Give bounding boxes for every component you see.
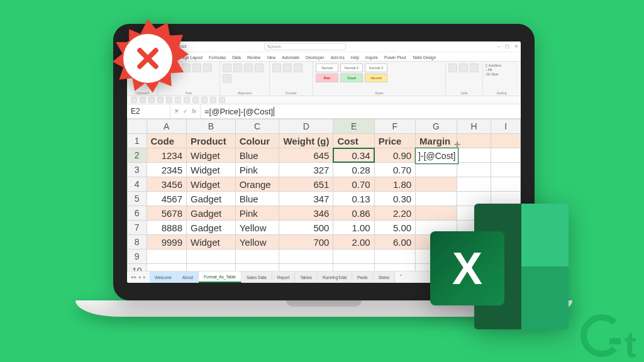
window-maximize[interactable]: ▢ [505,44,509,49]
sheet-nav-next-icon[interactable]: ▸ [143,275,146,280]
cell[interactable] [187,264,236,272]
tab-view[interactable]: View [267,55,275,61]
cell[interactable]: 0.13 [333,192,374,206]
tab-table-design[interactable]: Table Design [413,55,436,61]
insert-cell-icon[interactable] [448,63,457,72]
name-box[interactable]: E2 [127,104,170,118]
sheet-nav-first-icon[interactable]: ◂◂ [131,275,136,280]
cell-style-bad[interactable]: Bad [316,74,338,82]
cell[interactable]: 2.00 [333,235,374,250]
qat-icon[interactable] [192,97,199,103]
tab-data[interactable]: Data [232,55,241,61]
cell[interactable]: 0.70 [333,177,374,192]
cell[interactable]: 5.00 [374,221,415,235]
tab-developer[interactable]: Developer [306,55,325,61]
cell[interactable]: Pink [235,206,279,221]
align-right-icon[interactable] [244,63,253,72]
cell[interactable]: Widget [187,177,236,192]
cell[interactable]: 2.20 [374,206,415,221]
delete-cell-icon[interactable] [459,63,468,72]
cell[interactable]: 0.34 [333,148,374,163]
cell[interactable] [147,264,186,272]
cell[interactable]: 327 [279,163,333,177]
cell[interactable] [235,250,279,264]
cell[interactable]: Yellow [235,235,279,250]
autosum-button[interactable]: ∑ AutoSum [486,63,518,68]
cell[interactable]: 346 [279,206,333,221]
column-header-B[interactable]: B [187,119,236,134]
column-header-G[interactable]: G [416,119,457,134]
cell[interactable] [491,163,521,177]
window-minimize[interactable]: – [497,44,500,49]
column-header-E[interactable]: E [333,119,374,134]
cell[interactable]: Widget [187,235,236,250]
formula-cancel-icon[interactable]: ✕ [174,108,179,114]
cell[interactable]: 8888 [147,221,186,235]
cell[interactable] [333,264,374,272]
cell[interactable]: Blue [235,148,279,163]
cell[interactable]: 651 [279,177,333,192]
sheet-tab[interactable]: Report [272,272,296,283]
align-center-icon[interactable] [233,63,242,72]
cell[interactable]: Product [187,134,236,148]
fill-color-icon[interactable] [203,63,212,72]
cell[interactable] [279,250,333,264]
cell[interactable]: 0.28 [333,163,374,177]
row-header[interactable]: 6 [128,206,147,221]
column-header-I[interactable]: I [491,119,521,134]
cell[interactable] [374,250,415,264]
cell-edit-overlay[interactable]: ]-[@Cost] [415,148,458,164]
cell[interactable] [491,148,521,163]
cell[interactable]: 347 [279,192,333,206]
clear-button[interactable]: ⌫ Clear [486,72,518,77]
sheet-tab[interactable]: Slides [374,272,396,283]
cell[interactable]: 700 [279,235,333,250]
column-header-F[interactable]: F [374,119,415,134]
cell[interactable]: Orange [235,177,279,192]
cell[interactable]: ]-[@Cost] [416,148,457,163]
cell[interactable]: 645 [279,148,333,163]
cell[interactable]: 0.90 [374,148,415,163]
cell[interactable]: Gadget [187,192,236,206]
new-sheet-icon[interactable]: ＋ [395,272,407,283]
align-left-icon[interactable] [223,63,231,72]
cell[interactable]: Gadget [187,221,236,235]
currency-icon[interactable] [272,63,281,72]
sheet-tab[interactable]: Format_As_Table [199,272,242,283]
cell[interactable] [457,148,491,163]
cell[interactable]: 500 [279,221,333,235]
cell[interactable] [457,177,491,192]
tab-formulas[interactable]: Formulas [209,55,226,61]
search-box[interactable]: 🔍 Search [264,43,346,50]
window-close[interactable]: ✕ [514,44,518,49]
row-header[interactable]: 4 [128,177,147,192]
row-header[interactable]: 7 [128,221,147,235]
tab-power-pivot[interactable]: Power Pivot [384,55,406,61]
tab-review[interactable]: Review [247,55,260,61]
cell[interactable]: 0.30 [374,192,415,206]
cell[interactable] [416,163,457,177]
tab-addins[interactable]: Add-ins [331,55,345,61]
cell[interactable] [457,163,491,177]
select-all-corner[interactable] [128,119,147,134]
merge-icon[interactable] [223,74,231,83]
cell[interactable]: Widget [187,163,236,177]
sheet-tab[interactable]: About [177,272,199,283]
cell[interactable]: Yellow [235,221,279,235]
cell[interactable] [187,250,236,264]
cell[interactable]: Margin [416,134,457,148]
cell-style-neutral[interactable]: Neutral [365,74,387,82]
cell[interactable]: 5678 [147,206,186,221]
sheet-tab[interactable]: Paste [352,272,374,283]
cell-style-normal2[interactable]: Normal 2 [340,63,363,72]
cell-style-normal[interactable]: Normal [316,63,338,72]
cell[interactable]: Code [147,134,186,148]
qat-icon[interactable] [219,97,225,103]
cell[interactable]: 3456 [147,177,186,192]
cell-style-normal3[interactable]: Normal 3 [365,63,387,72]
formula-enter-icon[interactable]: ✓ [183,108,188,114]
cell[interactable] [491,177,521,192]
cell[interactable]: 0.86 [333,206,374,221]
cell[interactable]: Cost [333,134,374,148]
row-header[interactable]: 10 [128,264,147,272]
